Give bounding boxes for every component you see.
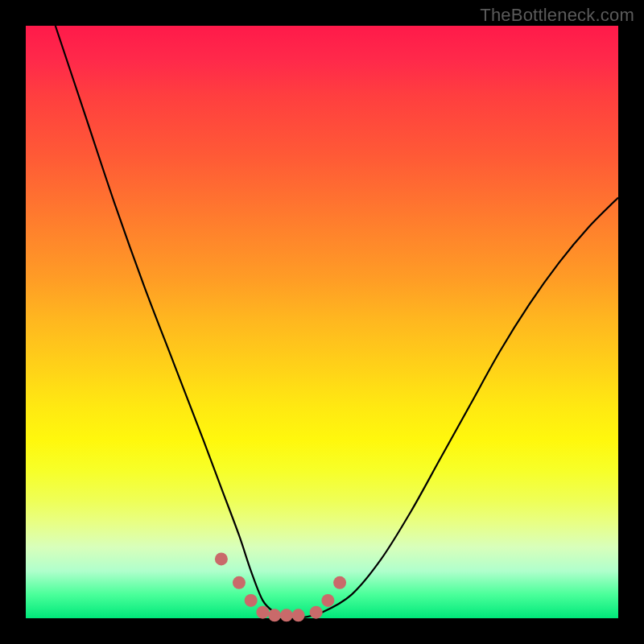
trough-marker [333,576,346,589]
trough-marker [292,609,305,621]
outer-frame: TheBottleneck.com [0,0,644,644]
trough-marker [256,606,269,619]
trough-marker [280,609,293,621]
trough-marker [215,552,228,565]
trough-marker [233,576,246,589]
trough-markers-group [215,552,346,621]
trough-marker [321,594,334,607]
trough-marker [268,609,281,621]
trough-marker [245,594,258,607]
trough-marker [310,606,323,619]
curve-svg [26,26,618,618]
watermark-text: TheBottleneck.com [480,5,634,26]
plot-area [26,26,618,618]
bottleneck-curve [56,26,618,619]
